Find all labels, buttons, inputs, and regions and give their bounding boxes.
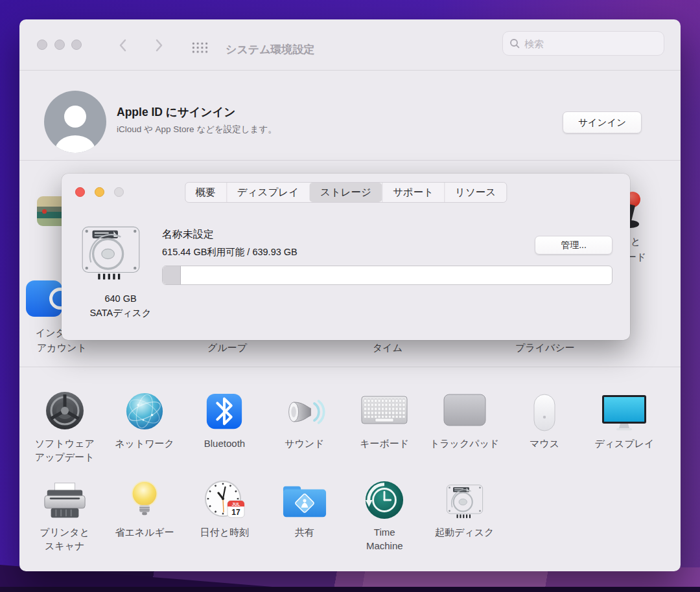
sharing-icon <box>275 477 334 520</box>
pref-label: ソフトウェア アップデート <box>35 437 95 464</box>
manage-button[interactable]: 管理... <box>535 236 612 255</box>
search-input[interactable] <box>524 38 641 49</box>
pref-keyboard[interactable]: キーボード <box>345 389 425 464</box>
pref-label: Bluetooth <box>204 437 245 450</box>
pref-software-update[interactable]: ソフトウェア アップデート <box>25 389 104 464</box>
trackpad-icon <box>435 389 495 431</box>
pref-startup-disk[interactable]: 起動ディスク <box>425 477 504 552</box>
pref-label: マウス <box>530 437 559 450</box>
pref-label: キーボード <box>360 437 409 450</box>
display-icon <box>594 389 654 431</box>
apple-id-subtitle: iCloud や App Store などを設定します。 <box>117 124 277 135</box>
pref-energy-saver[interactable]: 省エネルギー <box>104 477 184 552</box>
pref-grid-row-2: プリンタと スキャナ 省エネルギー <box>25 477 675 552</box>
pref-mouse[interactable]: マウス <box>504 389 584 464</box>
pref-time-machine[interactable]: Time Machine <box>345 477 425 552</box>
avatar <box>44 91 106 153</box>
network-icon <box>115 389 174 431</box>
window-titlebar: システム環境設定 <box>19 19 681 70</box>
pref-label: ネットワーク <box>115 437 174 450</box>
dialog-minimize-button[interactable] <box>95 187 104 197</box>
close-button[interactable] <box>37 40 47 50</box>
pref-label: サウンド <box>285 437 324 450</box>
chevron-right-icon <box>155 39 163 52</box>
calendar-month: JUL <box>232 502 240 507</box>
date-time-icon: JUL 17 <box>194 477 254 520</box>
search-icon <box>509 38 520 49</box>
pref-sound[interactable]: サウンド <box>264 389 344 464</box>
calendar-badge: JUL 17 <box>228 501 244 518</box>
search-field[interactable] <box>502 31 664 56</box>
software-update-icon <box>35 389 95 431</box>
keyboard-icon <box>355 389 414 431</box>
photo-detail <box>42 209 47 214</box>
bluetooth-icon <box>194 389 254 431</box>
apple-id-divider <box>19 160 681 161</box>
zoom-button[interactable] <box>71 40 82 50</box>
pref-label: Time Machine <box>366 525 403 552</box>
pref-label: 日付と時刻 <box>200 525 249 539</box>
obscured-label-time: タイム <box>373 342 402 354</box>
pref-printers-scanners[interactable]: プリンタと スキャナ <box>25 477 104 552</box>
forward-button[interactable] <box>150 37 167 54</box>
pref-bluetooth[interactable]: Bluetooth <box>185 389 264 464</box>
pref-date-time[interactable]: JUL 17 日付と時刻 <box>185 477 264 552</box>
hard-disk-icon <box>81 225 141 285</box>
internet-accounts-icon[interactable] <box>26 280 62 317</box>
disk-name: 名称未設定 <box>162 228 214 242</box>
back-button[interactable] <box>115 37 132 54</box>
pref-label: 起動ディスク <box>435 525 494 539</box>
disk-size-label: 640 GB SATAディスク <box>72 291 169 320</box>
window-title: システム環境設定 <box>226 42 315 57</box>
mouse-icon <box>515 389 574 431</box>
obscured-label-privacy: プライバシー <box>515 342 575 354</box>
time-machine-icon <box>355 477 414 520</box>
about-storage-dialog: 概要 ディスプレイ ストレージ サポート リソース 640 GB SATAディス… <box>62 174 630 340</box>
titlebar-divider <box>19 70 681 71</box>
pref-label: 省エネルギー <box>115 525 174 539</box>
chevron-left-icon <box>119 39 127 52</box>
sound-icon <box>275 389 334 431</box>
pref-label: ディスプレイ <box>594 437 654 450</box>
tab-resources[interactable]: リソース <box>444 183 506 202</box>
tab-storage[interactable]: ストレージ <box>309 183 382 202</box>
minimize-button[interactable] <box>54 40 65 50</box>
obscured-label-accounts: アカウント <box>37 342 87 354</box>
dialog-zoom-button-disabled <box>114 187 124 197</box>
energy-saver-icon <box>115 477 174 520</box>
pref-label: プリンタと スキャナ <box>40 525 89 552</box>
obscured-label-right-1: と <box>631 236 640 248</box>
section-divider <box>19 367 681 367</box>
printers-scanners-icon <box>35 477 95 520</box>
ring-detail <box>49 288 62 310</box>
pref-trackpad[interactable]: トラックパッド <box>425 389 504 464</box>
calendar-day: 17 <box>232 508 241 517</box>
desktop: システム環境設定 Apple ID にサインイン iCloud や App St… <box>0 0 700 592</box>
pref-displays[interactable]: ディスプレイ <box>585 389 664 464</box>
tab-support[interactable]: サポート <box>382 183 444 202</box>
disk-usage-text: 615.44 GB利用可能 / 639.93 GB <box>162 246 298 258</box>
dialog-close-button[interactable] <box>75 187 85 197</box>
storage-bar <box>162 266 612 285</box>
apple-id-title: Apple ID にサインイン <box>117 104 235 120</box>
pref-sharing[interactable]: 共有 <box>264 477 344 552</box>
storage-bar-used <box>163 266 181 284</box>
obscured-label-groups: グループ <box>207 342 247 354</box>
pref-label: トラックパッド <box>430 437 499 450</box>
wallpaper-bottom-strip <box>0 587 700 592</box>
tab-overview[interactable]: 概要 <box>185 183 226 202</box>
show-all-grid-icon[interactable] <box>191 41 209 54</box>
pref-grid-row-1: ソフトウェア アップデート ネットワーク <box>25 389 675 464</box>
pref-label: 共有 <box>295 525 314 539</box>
startup-disk-icon <box>435 477 495 520</box>
dialog-tab-bar: 概要 ディスプレイ ストレージ サポート リソース <box>185 182 507 203</box>
pref-network[interactable]: ネットワーク <box>104 389 184 464</box>
sign-in-button[interactable]: サインイン <box>563 111 642 133</box>
tab-displays[interactable]: ディスプレイ <box>226 183 309 202</box>
